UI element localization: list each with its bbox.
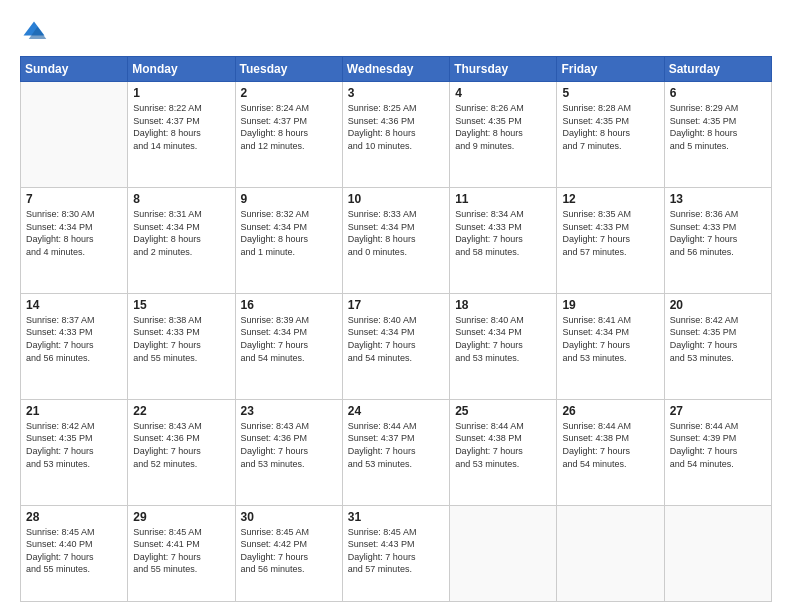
cell-info-text: Sunrise: 8:31 AM Sunset: 4:34 PM Dayligh…: [133, 208, 229, 258]
weekday-header-saturday: Saturday: [664, 57, 771, 82]
calendar-cell: 11Sunrise: 8:34 AM Sunset: 4:33 PM Dayli…: [450, 187, 557, 293]
cell-info-text: Sunrise: 8:29 AM Sunset: 4:35 PM Dayligh…: [670, 102, 766, 152]
cell-date-number: 25: [455, 404, 551, 418]
cell-info-text: Sunrise: 8:45 AM Sunset: 4:41 PM Dayligh…: [133, 526, 229, 576]
cell-info-text: Sunrise: 8:40 AM Sunset: 4:34 PM Dayligh…: [455, 314, 551, 364]
cell-info-text: Sunrise: 8:44 AM Sunset: 4:38 PM Dayligh…: [562, 420, 658, 470]
cell-date-number: 3: [348, 86, 444, 100]
cell-date-number: 4: [455, 86, 551, 100]
logo: [20, 18, 52, 46]
cell-info-text: Sunrise: 8:45 AM Sunset: 4:42 PM Dayligh…: [241, 526, 337, 576]
cell-date-number: 18: [455, 298, 551, 312]
calendar-cell: 15Sunrise: 8:38 AM Sunset: 4:33 PM Dayli…: [128, 293, 235, 399]
calendar-cell: [21, 82, 128, 188]
cell-date-number: 16: [241, 298, 337, 312]
cell-info-text: Sunrise: 8:25 AM Sunset: 4:36 PM Dayligh…: [348, 102, 444, 152]
calendar-cell: 1Sunrise: 8:22 AM Sunset: 4:37 PM Daylig…: [128, 82, 235, 188]
weekday-header-friday: Friday: [557, 57, 664, 82]
calendar-cell: 2Sunrise: 8:24 AM Sunset: 4:37 PM Daylig…: [235, 82, 342, 188]
cell-info-text: Sunrise: 8:37 AM Sunset: 4:33 PM Dayligh…: [26, 314, 122, 364]
calendar-cell: 23Sunrise: 8:43 AM Sunset: 4:36 PM Dayli…: [235, 399, 342, 505]
calendar-cell: [450, 505, 557, 601]
cell-date-number: 15: [133, 298, 229, 312]
calendar-cell: 17Sunrise: 8:40 AM Sunset: 4:34 PM Dayli…: [342, 293, 449, 399]
page: SundayMondayTuesdayWednesdayThursdayFrid…: [0, 0, 792, 612]
calendar-cell: 25Sunrise: 8:44 AM Sunset: 4:38 PM Dayli…: [450, 399, 557, 505]
calendar-cell: 28Sunrise: 8:45 AM Sunset: 4:40 PM Dayli…: [21, 505, 128, 601]
cell-date-number: 14: [26, 298, 122, 312]
calendar-cell: 18Sunrise: 8:40 AM Sunset: 4:34 PM Dayli…: [450, 293, 557, 399]
calendar-cell: 24Sunrise: 8:44 AM Sunset: 4:37 PM Dayli…: [342, 399, 449, 505]
calendar-cell: 21Sunrise: 8:42 AM Sunset: 4:35 PM Dayli…: [21, 399, 128, 505]
weekday-header-sunday: Sunday: [21, 57, 128, 82]
cell-date-number: 27: [670, 404, 766, 418]
cell-info-text: Sunrise: 8:44 AM Sunset: 4:39 PM Dayligh…: [670, 420, 766, 470]
weekday-header-row: SundayMondayTuesdayWednesdayThursdayFrid…: [21, 57, 772, 82]
cell-info-text: Sunrise: 8:43 AM Sunset: 4:36 PM Dayligh…: [133, 420, 229, 470]
logo-icon: [20, 18, 48, 46]
cell-info-text: Sunrise: 8:22 AM Sunset: 4:37 PM Dayligh…: [133, 102, 229, 152]
cell-info-text: Sunrise: 8:39 AM Sunset: 4:34 PM Dayligh…: [241, 314, 337, 364]
calendar-cell: 9Sunrise: 8:32 AM Sunset: 4:34 PM Daylig…: [235, 187, 342, 293]
weekday-header-wednesday: Wednesday: [342, 57, 449, 82]
calendar-cell: 16Sunrise: 8:39 AM Sunset: 4:34 PM Dayli…: [235, 293, 342, 399]
cell-info-text: Sunrise: 8:38 AM Sunset: 4:33 PM Dayligh…: [133, 314, 229, 364]
cell-date-number: 6: [670, 86, 766, 100]
cell-info-text: Sunrise: 8:24 AM Sunset: 4:37 PM Dayligh…: [241, 102, 337, 152]
cell-date-number: 20: [670, 298, 766, 312]
calendar-week-row: 7Sunrise: 8:30 AM Sunset: 4:34 PM Daylig…: [21, 187, 772, 293]
cell-date-number: 24: [348, 404, 444, 418]
cell-info-text: Sunrise: 8:28 AM Sunset: 4:35 PM Dayligh…: [562, 102, 658, 152]
cell-date-number: 28: [26, 510, 122, 524]
cell-date-number: 26: [562, 404, 658, 418]
calendar-cell: 22Sunrise: 8:43 AM Sunset: 4:36 PM Dayli…: [128, 399, 235, 505]
cell-info-text: Sunrise: 8:43 AM Sunset: 4:36 PM Dayligh…: [241, 420, 337, 470]
calendar-cell: 29Sunrise: 8:45 AM Sunset: 4:41 PM Dayli…: [128, 505, 235, 601]
cell-date-number: 19: [562, 298, 658, 312]
cell-info-text: Sunrise: 8:30 AM Sunset: 4:34 PM Dayligh…: [26, 208, 122, 258]
cell-info-text: Sunrise: 8:45 AM Sunset: 4:43 PM Dayligh…: [348, 526, 444, 576]
calendar-cell: 30Sunrise: 8:45 AM Sunset: 4:42 PM Dayli…: [235, 505, 342, 601]
cell-info-text: Sunrise: 8:44 AM Sunset: 4:37 PM Dayligh…: [348, 420, 444, 470]
cell-info-text: Sunrise: 8:42 AM Sunset: 4:35 PM Dayligh…: [26, 420, 122, 470]
calendar-week-row: 28Sunrise: 8:45 AM Sunset: 4:40 PM Dayli…: [21, 505, 772, 601]
calendar-week-row: 21Sunrise: 8:42 AM Sunset: 4:35 PM Dayli…: [21, 399, 772, 505]
cell-info-text: Sunrise: 8:26 AM Sunset: 4:35 PM Dayligh…: [455, 102, 551, 152]
calendar-cell: 13Sunrise: 8:36 AM Sunset: 4:33 PM Dayli…: [664, 187, 771, 293]
calendar-cell: 7Sunrise: 8:30 AM Sunset: 4:34 PM Daylig…: [21, 187, 128, 293]
cell-date-number: 11: [455, 192, 551, 206]
cell-date-number: 22: [133, 404, 229, 418]
cell-info-text: Sunrise: 8:34 AM Sunset: 4:33 PM Dayligh…: [455, 208, 551, 258]
calendar-week-row: 1Sunrise: 8:22 AM Sunset: 4:37 PM Daylig…: [21, 82, 772, 188]
calendar-cell: 3Sunrise: 8:25 AM Sunset: 4:36 PM Daylig…: [342, 82, 449, 188]
cell-date-number: 13: [670, 192, 766, 206]
calendar-cell: 14Sunrise: 8:37 AM Sunset: 4:33 PM Dayli…: [21, 293, 128, 399]
cell-date-number: 2: [241, 86, 337, 100]
calendar-cell: 10Sunrise: 8:33 AM Sunset: 4:34 PM Dayli…: [342, 187, 449, 293]
cell-info-text: Sunrise: 8:40 AM Sunset: 4:34 PM Dayligh…: [348, 314, 444, 364]
cell-date-number: 17: [348, 298, 444, 312]
header: [20, 18, 772, 46]
calendar-cell: 20Sunrise: 8:42 AM Sunset: 4:35 PM Dayli…: [664, 293, 771, 399]
calendar-cell: 27Sunrise: 8:44 AM Sunset: 4:39 PM Dayli…: [664, 399, 771, 505]
cell-date-number: 23: [241, 404, 337, 418]
cell-info-text: Sunrise: 8:32 AM Sunset: 4:34 PM Dayligh…: [241, 208, 337, 258]
calendar-cell: 5Sunrise: 8:28 AM Sunset: 4:35 PM Daylig…: [557, 82, 664, 188]
cell-info-text: Sunrise: 8:42 AM Sunset: 4:35 PM Dayligh…: [670, 314, 766, 364]
cell-date-number: 31: [348, 510, 444, 524]
weekday-header-thursday: Thursday: [450, 57, 557, 82]
calendar-cell: 26Sunrise: 8:44 AM Sunset: 4:38 PM Dayli…: [557, 399, 664, 505]
cell-info-text: Sunrise: 8:35 AM Sunset: 4:33 PM Dayligh…: [562, 208, 658, 258]
weekday-header-monday: Monday: [128, 57, 235, 82]
cell-date-number: 21: [26, 404, 122, 418]
cell-date-number: 8: [133, 192, 229, 206]
calendar-table: SundayMondayTuesdayWednesdayThursdayFrid…: [20, 56, 772, 602]
calendar-cell: 19Sunrise: 8:41 AM Sunset: 4:34 PM Dayli…: [557, 293, 664, 399]
cell-date-number: 9: [241, 192, 337, 206]
cell-date-number: 1: [133, 86, 229, 100]
weekday-header-tuesday: Tuesday: [235, 57, 342, 82]
calendar-cell: [557, 505, 664, 601]
cell-date-number: 5: [562, 86, 658, 100]
calendar-cell: 6Sunrise: 8:29 AM Sunset: 4:35 PM Daylig…: [664, 82, 771, 188]
calendar-week-row: 14Sunrise: 8:37 AM Sunset: 4:33 PM Dayli…: [21, 293, 772, 399]
